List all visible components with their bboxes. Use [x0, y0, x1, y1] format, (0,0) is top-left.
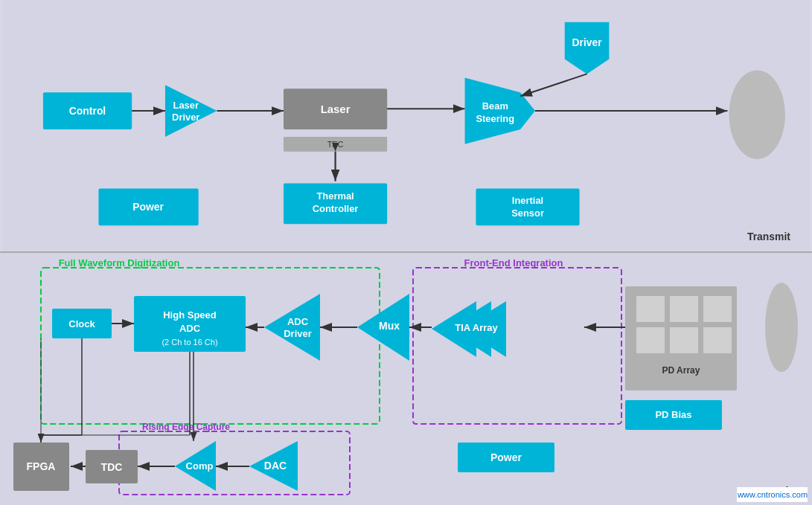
control-label: Control [69, 105, 106, 117]
svg-text:Driver: Driver [284, 328, 312, 339]
svg-rect-65 [636, 327, 665, 353]
svg-text:Controller: Controller [313, 203, 359, 214]
svg-text:Full Waveform Digitization: Full Waveform Digitization [59, 257, 180, 268]
svg-rect-62 [636, 296, 665, 322]
svg-text:(2 Ch to 16 Ch): (2 Ch to 16 Ch) [162, 338, 217, 347]
svg-point-28 [729, 70, 785, 158]
svg-text:Power: Power [132, 201, 164, 213]
svg-text:High Speed: High Speed [163, 309, 217, 321]
svg-text:Laser: Laser [321, 103, 351, 115]
svg-text:Driver: Driver [172, 112, 199, 123]
svg-text:TIA Array: TIA Array [455, 322, 498, 333]
svg-rect-63 [670, 296, 698, 322]
svg-text:ADC: ADC [287, 316, 309, 327]
svg-text:Sensor: Sensor [511, 208, 544, 219]
svg-text:Driver: Driver [572, 36, 602, 48]
svg-text:Steering: Steering [476, 113, 514, 124]
svg-text:Beam: Beam [482, 100, 508, 112]
svg-text:Laser: Laser [173, 100, 199, 111]
svg-text:Front-End Integration: Front-End Integration [464, 257, 563, 268]
receive-section: Full Waveform Digitization Front-End Int… [0, 253, 812, 505]
svg-text:ADC: ADC [179, 323, 201, 334]
svg-text:PD Bias: PD Bias [655, 409, 691, 420]
svg-text:DAC: DAC [264, 460, 287, 472]
svg-text:Clock: Clock [68, 318, 95, 329]
svg-text:Rising Edge Capture: Rising Edge Capture [142, 422, 230, 432]
svg-rect-66 [670, 327, 698, 353]
svg-text:Comp: Comp [186, 460, 214, 472]
svg-text:Inertial: Inertial [512, 195, 543, 206]
main-container: Control Laser Driver Laser TEC Thermal C… [0, 0, 812, 505]
svg-text:Thermal: Thermal [316, 190, 354, 202]
transmit-diagram: Control Laser Driver Laser TEC Thermal C… [0, 0, 812, 251]
svg-text:TEC: TEC [327, 140, 344, 149]
svg-text:Transmit: Transmit [747, 231, 790, 242]
svg-rect-67 [703, 327, 732, 353]
receive-diagram: Full Waveform Digitization Front-End Int… [0, 253, 812, 505]
svg-text:TDC: TDC [101, 461, 123, 473]
svg-text:Mux: Mux [379, 320, 400, 332]
svg-rect-64 [703, 296, 732, 322]
svg-text:FPGA: FPGA [27, 460, 56, 472]
svg-text:www.cntronics.com: www.cntronics.com [737, 490, 808, 499]
svg-text:PD Array: PD Array [662, 365, 700, 376]
svg-point-69 [765, 283, 798, 372]
svg-text:Power: Power [490, 451, 522, 463]
transmit-section: Control Laser Driver Laser TEC Thermal C… [0, 0, 812, 253]
